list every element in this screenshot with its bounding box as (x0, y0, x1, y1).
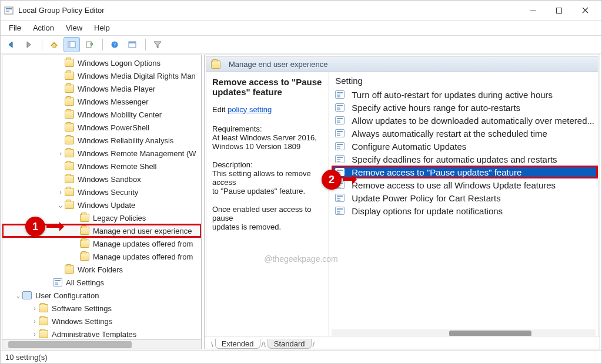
details-tabs: \ Extended /\ Standard / (205, 336, 600, 349)
folder-icon (65, 149, 74, 157)
tree-item[interactable]: Windows Mobility Center (2, 108, 201, 121)
tree-item[interactable]: Windows Remote Shell (2, 160, 201, 173)
tree-scroll[interactable]: Windows Logon OptionsWindows Media Digit… (2, 55, 201, 338)
tree-item[interactable]: ›Windows Security (2, 186, 201, 198)
folder-icon (65, 59, 74, 67)
setting-item[interactable]: Display options for update notifications (332, 204, 598, 217)
tree-item[interactable]: Manage updates offered from (2, 250, 201, 263)
tree-item[interactable]: Windows Messenger (2, 95, 201, 108)
chevron-right-icon[interactable]: › (56, 189, 65, 196)
requirements-label: Requirements: (212, 124, 323, 133)
setting-item[interactable]: Always automatically restart at the sche… (332, 127, 598, 140)
description-column: Remove access to "Pause updates" feature… (206, 72, 329, 338)
menu-help[interactable]: Help (89, 22, 115, 33)
tree-item[interactable]: ⌄Windows Update (2, 198, 201, 211)
maximize-button[interactable] (546, 2, 572, 19)
svg-text:?: ? (113, 42, 116, 48)
tree-item-label: Windows Update (78, 201, 135, 210)
properties-button[interactable] (124, 37, 141, 52)
app-icon (4, 6, 14, 15)
help-button[interactable]: ? (106, 37, 123, 52)
tree-item[interactable]: Windows Logon Options (2, 56, 201, 69)
toolbar-separator (42, 39, 42, 50)
settings-column-header[interactable]: Setting (332, 75, 598, 88)
tree-item-label: Windows Remote Management (W (78, 149, 196, 158)
tree-item[interactable]: Windows PowerShell (2, 121, 201, 134)
svg-rect-1 (6, 8, 12, 9)
tree-item[interactable]: Windows Media Digital Rights Man (2, 69, 201, 82)
tree-item-label: Windows Remote Shell (78, 162, 156, 171)
tree-item-label: Windows Media Player (78, 85, 155, 93)
folder-icon (65, 188, 74, 196)
tree-item[interactable]: Windows Reliability Analysis (2, 134, 201, 147)
tree-item[interactable]: Windows Media Player (2, 82, 201, 95)
toolbar-separator (145, 39, 146, 50)
filter-button[interactable] (149, 37, 166, 52)
tree-item-label: Manage updates offered from (93, 252, 193, 261)
tree-item[interactable]: ›Windows Remote Management (W (2, 147, 201, 160)
setting-item[interactable]: Specify active hours range for auto-rest… (332, 101, 598, 114)
svg-rect-2 (6, 11, 9, 12)
tree-item[interactable]: Manage updates offered from (2, 237, 201, 250)
tree-pane: Windows Logon OptionsWindows Media Digit… (2, 55, 202, 349)
chevron-right-icon[interactable]: › (31, 331, 39, 338)
description-line: This setting allows to remove access (212, 169, 323, 187)
export-button[interactable] (81, 37, 98, 52)
tab-standard[interactable]: Standard (267, 339, 312, 349)
description-label: Description: (212, 160, 323, 169)
show-tree-button[interactable] (63, 37, 80, 52)
tree-item[interactable]: ⌄User Configuration (2, 289, 201, 302)
chevron-down-icon[interactable]: ⌄ (14, 292, 22, 299)
tree-item[interactable]: ›Administrative Templates (2, 328, 201, 338)
forward-button[interactable] (21, 37, 37, 52)
tree-item-label: User Configuration (35, 291, 99, 300)
tree-item[interactable]: ›Software Settings (2, 302, 201, 315)
window-title: Local Group Policy Editor (18, 6, 520, 15)
svg-rect-12 (129, 42, 136, 43)
policy-icon (335, 155, 345, 163)
folder-icon (65, 162, 74, 170)
setting-item[interactable]: Configure Automatic Updates (332, 140, 598, 153)
svg-rect-5 (53, 46, 56, 48)
tree-item[interactable]: Windows Sandbox (2, 173, 201, 186)
setting-item[interactable]: Remove access to "Pause updates" feature (332, 166, 598, 178)
settings-icon (53, 278, 62, 287)
back-button[interactable] (3, 37, 19, 52)
tree-item-label: Legacy Policies (93, 214, 146, 223)
setting-label: Always automatically restart at the sche… (352, 129, 547, 139)
tree-item[interactable]: All Settings (2, 276, 201, 289)
folder-icon (65, 123, 74, 132)
requirements-line: Windows 10 Version 1809 (212, 142, 323, 151)
setting-item[interactable]: Update Power Policy for Cart Restarts (332, 191, 598, 204)
annotation-arrow-1 (46, 225, 63, 228)
tree-item-label: Windows Messenger (78, 97, 149, 106)
chevron-right-icon[interactable]: › (31, 318, 39, 325)
chevron-right-icon[interactable]: › (56, 150, 65, 157)
chevron-down-icon[interactable]: ⌄ (56, 202, 65, 208)
folder-icon (65, 110, 74, 119)
folder-icon (80, 240, 89, 248)
up-button[interactable] (46, 37, 62, 52)
setting-label: Allow updates to be downloaded automatic… (352, 116, 594, 126)
folder-icon (65, 201, 74, 209)
tree-h-scrollbar[interactable] (2, 339, 201, 349)
policy-icon (335, 129, 345, 137)
folder-icon (80, 252, 89, 261)
chevron-right-icon[interactable]: › (31, 305, 39, 312)
tree-item[interactable]: ›Windows Settings (2, 315, 201, 328)
tree-item[interactable]: Work Folders (2, 263, 201, 276)
setting-item[interactable]: Turn off auto-restart for updates during… (332, 88, 598, 101)
menu-file[interactable]: File (4, 22, 26, 33)
setting-item[interactable]: Specify deadlines for automatic updates … (332, 153, 598, 166)
setting-item[interactable]: Remove access to use all Windows Update … (332, 178, 598, 191)
setting-label: Remove access to "Pause updates" feature (352, 167, 521, 177)
menu-action[interactable]: Action (28, 22, 59, 33)
close-button[interactable] (572, 2, 598, 19)
edit-policy-link[interactable]: policy setting (228, 105, 272, 114)
tab-extended[interactable]: Extended (215, 339, 260, 349)
menu-view[interactable]: View (61, 22, 87, 33)
minimize-button[interactable] (520, 2, 546, 19)
selected-policy-title: Remove access to "Pause updates" feature (212, 77, 322, 97)
setting-label: Update Power Policy for Cart Restarts (352, 193, 500, 203)
setting-item[interactable]: Allow updates to be downloaded automatic… (332, 114, 598, 127)
